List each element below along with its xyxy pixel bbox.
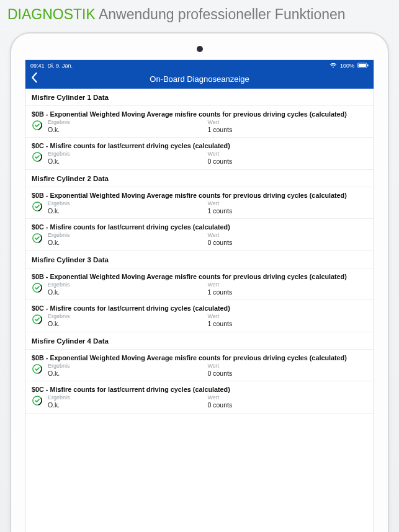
- result-label: Ergebnis: [48, 151, 208, 157]
- nav-bar: On-Board Diagnoseanzeige: [25, 69, 374, 89]
- item-title: $0C - Misfire counts for last/current dr…: [32, 223, 367, 231]
- value-label: Wert: [208, 282, 368, 288]
- item-title: $0C - Misfire counts for last/current dr…: [32, 304, 367, 312]
- svg-rect-1: [359, 64, 366, 67]
- result-label: Ergebnis: [48, 120, 208, 126]
- wifi-icon: [330, 63, 337, 68]
- result-value: O.k.: [48, 370, 208, 378]
- status-battery-text: 100%: [340, 63, 354, 69]
- value-label: Wert: [208, 233, 368, 239]
- result-value: O.k.: [48, 157, 208, 166]
- item-title: $0B - Exponential Weighted Moving Averag…: [32, 354, 367, 361]
- value-label: Wert: [208, 201, 368, 207]
- value-label: Wert: [208, 395, 368, 401]
- result-label: Ergebnis: [48, 233, 208, 239]
- value-label: Wert: [208, 120, 368, 126]
- item-title: $0C - Misfire counts for last/current dr…: [32, 386, 367, 393]
- result-label: Ergebnis: [48, 314, 208, 320]
- list-item[interactable]: $0B - Exponential Weighted Moving Averag…: [25, 268, 374, 300]
- section-header: Misfire Cylinder 3 Data: [25, 251, 374, 268]
- item-title: $0B - Exponential Weighted Moving Averag…: [32, 110, 367, 118]
- result-label: Ergebnis: [48, 395, 208, 401]
- check-ok-icon: [32, 395, 43, 406]
- check-ok-icon: [32, 363, 43, 375]
- value-value: 1 counts: [208, 320, 368, 328]
- back-button[interactable]: [30, 72, 38, 86]
- result-value: O.k.: [48, 239, 208, 247]
- value-label: Wert: [208, 151, 368, 157]
- item-title: $0C - Misfire counts for last/current dr…: [32, 142, 367, 149]
- section-header: Misfire Cylinder 1 Data: [25, 89, 374, 106]
- promo-header: DIAGNOSTIK Anwendung professioneller Fun…: [0, 0, 399, 27]
- check-ok-icon: [32, 201, 43, 212]
- top-blue-bar: 09:41 Di. 9. Jan. 100% On-Board: [25, 60, 374, 89]
- check-ok-icon: [32, 120, 43, 131]
- check-ok-icon: [32, 151, 43, 162]
- list-item[interactable]: $0B - Exponential Weighted Moving Averag…: [25, 106, 374, 138]
- nav-title: On-Board Diagnoseanzeige: [150, 74, 249, 84]
- status-time: 09:41: [30, 63, 45, 69]
- item-title: $0B - Exponential Weighted Moving Averag…: [32, 192, 367, 199]
- tablet-frame: 09:41 Di. 9. Jan. 100% On-Board: [10, 32, 389, 532]
- check-ok-icon: [32, 233, 43, 244]
- status-bar: 09:41 Di. 9. Jan. 100%: [25, 60, 374, 69]
- list-item[interactable]: $0C - Misfire counts for last/current dr…: [25, 381, 374, 413]
- value-value: 0 counts: [208, 239, 368, 247]
- result-value: O.k.: [48, 126, 208, 134]
- section-header: Misfire Cylinder 2 Data: [25, 170, 374, 187]
- value-label: Wert: [208, 314, 368, 320]
- list-item[interactable]: $0C - Misfire counts for last/current dr…: [25, 300, 374, 332]
- value-value: 1 counts: [208, 288, 368, 296]
- check-ok-icon: [32, 314, 43, 325]
- value-value: 0 counts: [208, 157, 368, 166]
- value-label: Wert: [208, 363, 368, 370]
- list-item[interactable]: $0B - Exponential Weighted Moving Averag…: [25, 350, 374, 381]
- value-value: 0 counts: [208, 401, 368, 409]
- camera-dot: [197, 46, 203, 52]
- result-label: Ergebnis: [48, 201, 208, 207]
- result-label: Ergebnis: [48, 282, 208, 288]
- section-header: Misfire Cylinder 4 Data: [25, 332, 374, 350]
- result-value: O.k.: [48, 288, 208, 296]
- check-ok-icon: [32, 282, 43, 293]
- svg-rect-2: [367, 64, 369, 66]
- value-value: 1 counts: [208, 207, 368, 215]
- promo-highlight: DIAGNOSTIK: [7, 6, 96, 22]
- battery-icon: [357, 63, 369, 68]
- list-item[interactable]: $0C - Misfire counts for last/current dr…: [25, 219, 374, 250]
- promo-text: Anwendung professioneller Funktionen: [99, 6, 346, 22]
- list-item[interactable]: $0B - Exponential Weighted Moving Averag…: [25, 187, 374, 219]
- value-value: 0 counts: [208, 370, 368, 378]
- status-date: Di. 9. Jan.: [48, 63, 73, 69]
- result-value: O.k.: [48, 320, 208, 328]
- result-value: O.k.: [48, 401, 208, 409]
- screen: 09:41 Di. 9. Jan. 100% On-Board: [25, 60, 374, 532]
- value-value: 1 counts: [208, 126, 368, 134]
- result-value: O.k.: [48, 207, 208, 215]
- item-title: $0B - Exponential Weighted Moving Averag…: [32, 273, 367, 280]
- diagnostic-list[interactable]: Misfire Cylinder 1 Data$0B - Exponential…: [25, 89, 374, 414]
- list-item[interactable]: $0C - Misfire counts for last/current dr…: [25, 138, 374, 169]
- result-label: Ergebnis: [48, 363, 208, 370]
